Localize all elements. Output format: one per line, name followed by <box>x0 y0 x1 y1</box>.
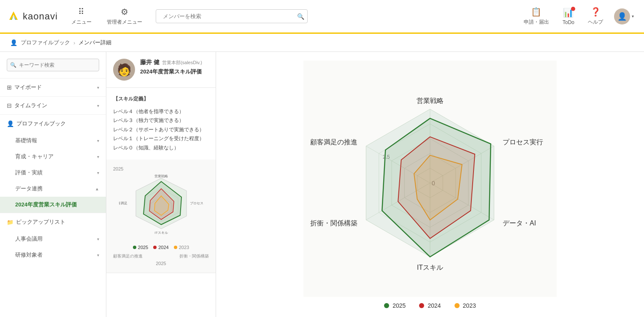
breadcrumb-icon: 👤 <box>10 39 17 46</box>
logo[interactable]: kaonavi <box>7 10 58 23</box>
legend-2025-preview: 2025 <box>133 245 148 250</box>
profilebook-icon: 👤 <box>7 120 14 127</box>
todo-label: ToDo <box>563 19 574 25</box>
legend-dot-2024 <box>419 303 424 308</box>
sidebar-section-myboard: ⊞ マイボード ▾ <box>0 78 106 96</box>
menu-button[interactable]: ⠿ メニュー <box>65 3 98 29</box>
sidebar-item-eval[interactable]: 評価・実績 ▾ <box>0 165 106 181</box>
admin-menu-button[interactable]: ⚙ 管理者メニュー <box>100 3 149 29</box>
sidebar-item-skill2024[interactable]: 2024年度営業スキル評価 <box>0 197 106 213</box>
basic-label: 基礎情報 <box>15 137 37 144</box>
skill-level-2: レベル２（サポートありで実施できる） <box>113 125 209 135</box>
legend-item-2024: 2024 <box>419 302 441 309</box>
help-button[interactable]: ❓ ヘルプ <box>582 3 609 29</box>
myboard-chevron: ▾ <box>97 85 99 90</box>
content-area: 🧑 藤井 健 営業本部(salesDiv.) 2024年度営業スキル評価 【スキ… <box>106 52 644 317</box>
sidebar-search-input[interactable] <box>7 59 99 71</box>
training-label: 研修対象者 <box>15 251 43 259</box>
apply-button[interactable]: 📋 申請・届出 <box>518 3 555 29</box>
preview-left-label: 顧客満足の推進 <box>113 253 143 259</box>
sidebar-myboard-header[interactable]: ⊞ マイボード ▾ <box>0 79 106 96</box>
breadcrumb-separator: › <box>73 40 75 46</box>
sidebar-item-training[interactable]: 研修対象者 ▾ <box>0 247 106 263</box>
skill-definition: 【スキル定義】 レベル４（他者を指導できる） レベル３（独力で実施できる） レベ… <box>106 88 216 160</box>
member-info: 藤井 健 営業本部(salesDiv.) 2024年度営業スキル評価 <box>140 59 209 76</box>
sidebar-item-data[interactable]: データ連携 ▲ <box>0 181 106 197</box>
svg-text:営業戦略: 営業戦略 <box>417 97 444 104</box>
todo-badge <box>571 7 575 11</box>
breadcrumb: 👤 プロファイルブック › メンバー詳細 <box>0 34 644 52</box>
svg-text:プロセス実行: プロセス実行 <box>503 138 543 146</box>
sidebar-item-career[interactable]: 育成・キャリア ▾ <box>0 149 106 165</box>
pickup-label: ピックアップリスト <box>16 218 65 226</box>
sidebar-section-profilebook: 👤 プロファイルブック 基礎情報 ▾ 育成・キャリア ▾ 評価・実績 ▾ データ… <box>0 114 106 213</box>
svg-text:プロセス実行: プロセス実行 <box>190 201 203 205</box>
member-report-title: 2024年度営業スキル評価 <box>140 68 209 76</box>
admin-label: 管理者メニュー <box>107 19 142 26</box>
member-name: 藤井 健 <box>140 59 160 66</box>
legend-year-2023: 2023 <box>463 302 476 309</box>
skill-level-1: レベル１（トレーニングを受けた程度） <box>113 134 209 144</box>
skill-def-title: 【スキル定義】 <box>113 95 209 104</box>
sidebar-item-basic[interactable]: 基礎情報 ▾ <box>0 133 106 149</box>
sidebar-timeline-header[interactable]: ⊟ タイムライン ▾ <box>0 97 106 114</box>
menu-label: メニュー <box>71 19 92 26</box>
avatar: 👤 <box>614 8 630 24</box>
sidebar: 🔍 ⊞ マイボード ▾ ⊟ タイムライン ▾ <box>0 52 106 317</box>
myboard-label: マイボード <box>14 84 42 91</box>
training-chevron: ▾ <box>97 253 99 257</box>
career-label: 育成・キャリア <box>15 153 54 160</box>
main-radar-chart: 0 2.5 営業戦略 プロセス実行 <box>303 60 557 297</box>
help-label: ヘルプ <box>588 19 603 26</box>
profilebook-label: プロファイルブック <box>16 120 66 127</box>
sidebar-pickup-header[interactable]: 📁 ピックアップリスト <box>0 213 106 231</box>
header: kaonavi ⠿ メニュー ⚙ 管理者メニュー 🔍 📋 申請・届出 📊 ToD… <box>0 0 644 34</box>
svg-text:顧客満足の推進: 顧客満足の推進 <box>310 138 357 146</box>
legend-2023-preview: 2023 <box>174 245 189 250</box>
sidebar-profilebook-header[interactable]: 👤 プロファイルブック <box>0 115 106 133</box>
svg-text:ITスキル: ITスキル <box>417 264 443 271</box>
main-legend: 2025 2024 2023 <box>384 302 476 309</box>
timeline-chevron: ▾ <box>97 103 99 108</box>
header-nav: ⠿ メニュー ⚙ 管理者メニュー <box>65 3 149 29</box>
label-2024: 2024 <box>158 245 168 250</box>
career-chevron: ▾ <box>97 154 99 159</box>
label-2023: 2023 <box>179 245 189 250</box>
myboard-icon: ⊞ <box>7 84 12 91</box>
logo-text: kaonavi <box>23 11 58 22</box>
svg-text:折衝・関係構築: 折衝・関係構築 <box>310 219 357 227</box>
sidebar-search-area: 🔍 <box>0 59 106 78</box>
logo-icon <box>7 10 20 23</box>
member-panel: 🧑 藤井 健 営業本部(salesDiv.) 2024年度営業スキル評価 【スキ… <box>106 52 216 317</box>
preview-year: 2025 <box>113 166 123 171</box>
sidebar-search-icon: 🔍 <box>10 62 16 68</box>
main-layout: 🔍 ⊞ マイボード ▾ ⊟ タイムライン ▾ <box>0 52 644 317</box>
sidebar-section-timeline: ⊟ タイムライン ▾ <box>0 96 106 114</box>
search-button[interactable]: 🔍 <box>297 13 304 20</box>
breadcrumb-current: メンバー詳細 <box>78 39 111 46</box>
basic-chevron: ▾ <box>97 138 99 143</box>
legend-2024-preview: 2024 <box>153 245 168 250</box>
apply-label: 申請・届出 <box>524 19 549 26</box>
dot-2025 <box>133 246 136 249</box>
header-right: 📋 申請・届出 📊 ToDo ❓ ヘルプ 👤 ▾ <box>518 3 637 29</box>
member-department: 営業本部(salesDiv.) <box>162 60 202 66</box>
legend-year-2024: 2024 <box>428 302 441 309</box>
search-input[interactable] <box>156 9 308 23</box>
sidebar-item-hr[interactable]: 人事会議用 ▾ <box>0 231 106 247</box>
preview-axis-labels: 顧客満足の推進 折衝・関係構築 <box>113 253 209 259</box>
main-chart-area: 0 2.5 営業戦略 プロセス実行 <box>216 52 644 317</box>
label-2025: 2025 <box>138 245 148 250</box>
timeline-label: タイムライン <box>14 102 47 109</box>
skill-level-0: レベル０（知識、経験なし） <box>113 144 209 153</box>
avatar-face: 👤 <box>617 12 627 21</box>
avatar-button[interactable]: 👤 ▾ <box>611 5 637 28</box>
avatar-chevron: ▾ <box>632 14 634 19</box>
apply-icon: 📋 <box>531 7 541 17</box>
svg-text:営業戦略: 営業戦略 <box>154 174 168 178</box>
legend-item-2025: 2025 <box>384 302 406 309</box>
breadcrumb-parent[interactable]: プロファイルブック <box>21 39 70 46</box>
skill-level-3: レベル３（独力で実施できる） <box>113 116 209 125</box>
todo-button[interactable]: 📊 ToDo <box>557 4 580 29</box>
hr-chevron: ▾ <box>97 237 99 241</box>
